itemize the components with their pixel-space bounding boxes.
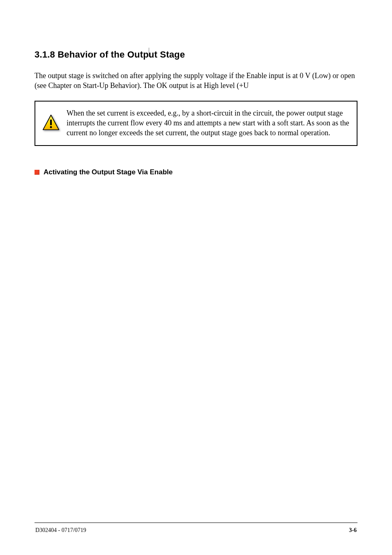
section-body: The output stage is switched on after ap… <box>35 71 357 91</box>
subsection-heading-row: Activating the Output Stage Via Enable <box>35 168 357 176</box>
footer-page-number: 3-6 <box>349 527 357 534</box>
bullet-square-icon <box>35 170 39 175</box>
warning-icon <box>42 114 60 132</box>
section-title: 3.1.8 Behavior of the Output Stage <box>35 49 357 60</box>
subsection-title: Activating the Output Stage Via Enable <box>44 168 173 176</box>
warning-box: When the set current is exceeded, e.g., … <box>35 101 357 146</box>
svg-rect-1 <box>50 120 52 125</box>
svg-point-2 <box>50 126 52 128</box>
page-top-mark <box>149 48 149 57</box>
footer-divider <box>35 523 357 523</box>
footer-document-id: D302404 - 0717/0719 <box>35 527 86 534</box>
warning-text: When the set current is exceeded, e.g., … <box>67 108 349 138</box>
